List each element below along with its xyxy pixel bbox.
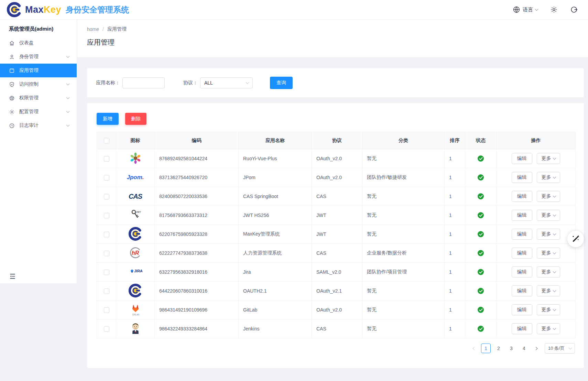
more-button[interactable]: 更多 [537, 191, 560, 202]
table-row: 644220607860310016 OAUTH2.1 OAuth_v2.1 暂… [97, 282, 576, 301]
more-button[interactable]: 更多 [537, 210, 560, 221]
next-page-icon[interactable] [532, 344, 540, 353]
app-name: 人力资源管理系统 [239, 244, 312, 263]
sidebar-item-dashboard[interactable]: 仪表盘 [0, 36, 77, 50]
select-all-checkbox[interactable] [104, 138, 109, 143]
sidebar-menu: 仪表盘 身份管理 应用管理 访问控制 权限管理 配置管理 日志审计 [0, 36, 77, 132]
status-enabled-icon [478, 307, 484, 313]
edit-button[interactable]: 编辑 [512, 323, 532, 334]
edit-button[interactable]: 编辑 [512, 191, 532, 202]
app-sort: 1 [445, 263, 465, 282]
row-checkbox[interactable] [104, 194, 109, 199]
app-category: 团队协作/敏捷研发 [362, 168, 445, 187]
sidebar-item-audit[interactable]: 日志审计 [0, 119, 77, 132]
more-button[interactable]: 更多 [537, 229, 560, 240]
status-enabled-icon [478, 212, 484, 218]
user-icon [9, 54, 15, 60]
sidebar-item-config[interactable]: 配置管理 [0, 105, 77, 119]
edit-button[interactable]: 编辑 [512, 172, 532, 183]
app-sort: 1 [445, 282, 465, 301]
brand[interactable]: MaxKey 身份安全管理系统 [0, 2, 129, 17]
app-sort: 1 [445, 244, 465, 263]
status-enabled-icon [478, 326, 484, 332]
edit-button[interactable]: 编辑 [512, 210, 532, 221]
top-bar: MaxKey 身份安全管理系统 语言 [0, 0, 588, 20]
table-header-row: 图标 编码 应用名称 协议 分类 排序 状态 操作 [97, 132, 576, 149]
gitlab-icon: GitLab [128, 302, 143, 317]
more-button[interactable]: 更多 [537, 323, 560, 334]
logout-icon[interactable] [570, 6, 578, 13]
row-checkbox[interactable] [104, 232, 109, 237]
ruoyi-icon [128, 151, 143, 165]
app-sort: 1 [445, 168, 465, 187]
language-switcher[interactable]: 语言 [513, 6, 538, 13]
protocol-select-value: ALL [204, 80, 213, 86]
app-sort: 1 [445, 225, 465, 244]
brand-name: MaxKey [25, 4, 61, 15]
page-number-3[interactable]: 3 [507, 344, 516, 353]
edit-button[interactable]: 编辑 [512, 248, 532, 259]
col-icon: 图标 [116, 132, 155, 149]
delete-button[interactable]: 删除 [125, 113, 146, 125]
app-sort: 1 [445, 206, 465, 225]
app-protocol: OAuth_v2.1 [312, 282, 362, 301]
col-name: 应用名称 [239, 132, 312, 149]
svg-text:GitLab: GitLab [132, 313, 139, 316]
clock-icon [9, 123, 15, 129]
app-code: 622076759805923328 [155, 225, 239, 244]
row-checkbox[interactable] [104, 326, 109, 332]
row-checkbox[interactable] [104, 307, 109, 313]
page-size-select[interactable]: 10 条/页 [545, 343, 575, 353]
row-checkbox[interactable] [104, 156, 109, 162]
gear-icon[interactable] [550, 6, 558, 13]
row-checkbox[interactable] [104, 270, 109, 275]
chevron-down-icon [553, 194, 556, 198]
more-button[interactable]: 更多 [537, 153, 560, 164]
edit-button[interactable]: 编辑 [512, 304, 532, 315]
app-protocol: CAS [312, 187, 362, 206]
app-category: 暂无 [362, 149, 445, 168]
search-button[interactable]: 查询 [270, 77, 293, 89]
more-button[interactable]: 更多 [537, 248, 560, 259]
page-number-2[interactable]: 2 [494, 344, 503, 353]
more-button[interactable]: 更多 [537, 285, 560, 296]
table-row: JIRA 632279563832918016 Jira SAML_v2.0 团… [97, 263, 576, 282]
sidebar-fold-icon[interactable] [9, 273, 16, 280]
app-category: 暂无 [362, 206, 445, 225]
more-button[interactable]: 更多 [537, 304, 560, 315]
sidebar-item-access[interactable]: 访问控制 [0, 77, 77, 91]
app-name: JWT HS256 [239, 206, 312, 225]
sidebar-item-apps[interactable]: 应用管理 [0, 64, 77, 77]
status-enabled-icon [478, 231, 484, 237]
row-checkbox[interactable] [104, 289, 109, 294]
app-category: 暂无 [362, 225, 445, 244]
row-checkbox[interactable] [104, 251, 109, 256]
edit-button[interactable]: 编辑 [512, 285, 532, 296]
app-protocol: JWT [312, 225, 362, 244]
edit-button[interactable]: 编辑 [512, 153, 532, 164]
app-name-input[interactable] [122, 77, 165, 88]
sidebar-item-permission[interactable]: 权限管理 [0, 91, 77, 105]
magic-wand-button[interactable] [567, 231, 584, 247]
prev-page-icon[interactable] [470, 344, 478, 353]
edit-button[interactable]: 编辑 [512, 266, 532, 277]
sidebar-item-identity[interactable]: 身份管理 [0, 50, 77, 64]
app-category: 暂无 [362, 301, 445, 319]
more-button[interactable]: 更多 [537, 266, 560, 277]
page-number-4[interactable]: 4 [519, 344, 529, 353]
app-sort: 1 [445, 187, 465, 206]
more-button[interactable]: 更多 [537, 172, 560, 183]
edit-button[interactable]: 编辑 [512, 229, 532, 240]
col-status: 状态 [465, 132, 497, 149]
breadcrumb-home[interactable]: home [87, 26, 99, 32]
app-category: 暂无 [362, 187, 445, 206]
apps-table: 图标 编码 应用名称 协议 分类 排序 状态 操作 87689249258104… [97, 132, 576, 338]
language-label: 语言 [523, 7, 533, 13]
add-button[interactable]: 新增 [97, 113, 119, 125]
chevron-down-icon [553, 175, 556, 179]
protocol-select[interactable]: ALL [200, 77, 253, 88]
page-number-1[interactable]: 1 [481, 344, 491, 353]
row-checkbox[interactable] [104, 175, 109, 181]
header-checkbox-cell [97, 132, 116, 149]
row-checkbox[interactable] [104, 213, 109, 218]
